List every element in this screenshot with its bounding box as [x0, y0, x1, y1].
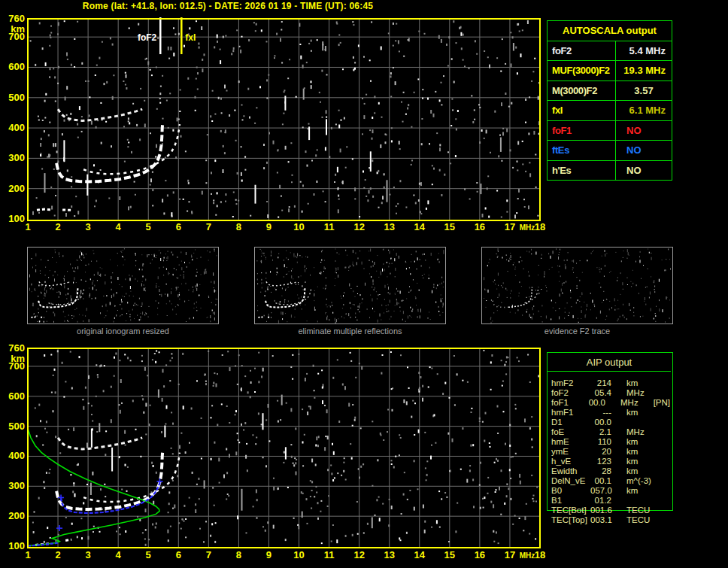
aip-table-row: foE 2.1 MHz	[551, 427, 670, 437]
parameter-label: MUF(3000)F2	[548, 61, 616, 80]
autoscala-table-row: foF2 5.4 MHz	[548, 41, 672, 62]
svg-text:12: 12	[353, 221, 364, 232]
aip-table-row: hmF1 --- km	[551, 408, 670, 418]
svg-text:5: 5	[146, 221, 151, 232]
svg-text:760: 760	[8, 342, 25, 354]
parameter-value: 01.2	[590, 496, 611, 506]
thumbnail-caption: evidence F2 trace	[481, 327, 673, 336]
parameter-unit: MHz	[626, 388, 660, 398]
trace-layer	[28, 429, 180, 546]
parameter-unit: MHz	[620, 398, 651, 408]
parameter-label: M(3000)F2	[548, 81, 616, 101]
parameter-value: 20	[590, 447, 611, 457]
parameter-value: 19.3 MHz	[616, 61, 672, 80]
autoscala-table-row: M(3000)F2 3.57	[548, 81, 672, 102]
svg-text:8: 8	[236, 221, 241, 232]
svg-text:4: 4	[116, 221, 122, 232]
svg-text:18: 18	[535, 549, 545, 560]
thumbnail-original-ionogram	[27, 247, 219, 324]
aip-table-row: ymE 20 km	[551, 447, 670, 457]
parameter-label: hmE	[551, 437, 590, 447]
parameter-value: 05.4	[590, 388, 611, 398]
parameter-value: 28	[590, 466, 611, 476]
parameter-value: 110	[590, 437, 611, 447]
aip-table-row: B0 057.0 km	[551, 486, 670, 496]
thumbnail-noise	[484, 248, 671, 323]
parameter-label: fxI	[548, 101, 616, 120]
plot-frame	[28, 19, 540, 220]
parameter-value: NO	[616, 121, 672, 141]
parameter-value: ---	[590, 408, 611, 418]
trace-second-hop-echo	[58, 438, 142, 449]
parameter-unit: m^(-3)	[626, 476, 660, 486]
svg-text:10: 10	[293, 221, 304, 232]
svg-text:760: 760	[8, 13, 25, 24]
trace-E-region-echoes-a	[37, 209, 52, 210]
aip-table-row: foF1 00.0 MHz [PN]	[551, 398, 670, 408]
svg-text:400: 400	[8, 122, 25, 133]
parameter-label: ftEs	[548, 141, 616, 160]
svg-text:5: 5	[146, 549, 151, 560]
svg-text:15: 15	[444, 549, 455, 560]
parameter-unit: TECU	[626, 515, 660, 525]
svg-text:18: 18	[535, 221, 545, 232]
svg-text:MHz: MHz	[520, 223, 535, 232]
parameter-label: hmF2	[551, 378, 590, 388]
noise-speckles	[32, 350, 539, 546]
autoscala-table-header: AUTOSCALA output	[548, 21, 672, 41]
svg-text:6: 6	[176, 221, 181, 232]
parameter-value: 123	[590, 457, 611, 466]
svg-text:10: 10	[293, 549, 304, 560]
svg-text:11: 11	[324, 221, 335, 232]
svg-text:300: 300	[8, 480, 25, 491]
aip-table-row: DelN_vE 00.1 m^(-3)	[551, 476, 670, 486]
trace-F2-trace-x-mode	[83, 453, 180, 502]
parameter-value: 2.1	[590, 427, 611, 437]
parameter-unit: km	[626, 437, 660, 447]
parameter-value: 214	[590, 378, 611, 388]
parameter-value: NO	[616, 161, 672, 181]
marker-label-fxI: fxI	[185, 32, 196, 43]
parameter-value: 00.1	[590, 476, 611, 486]
autoscala-table-row: fxI 6.1 MHz	[548, 101, 672, 121]
svg-text:12: 12	[353, 549, 364, 560]
autoscala-table-row: h'Es NO	[548, 161, 672, 181]
svg-text:11: 11	[324, 549, 335, 560]
svg-text:100: 100	[8, 213, 25, 224]
parameter-label: foF2	[551, 388, 590, 398]
thumbnail-trace	[32, 281, 85, 317]
aip-table-row: B1 01.2	[551, 496, 670, 506]
parameter-label: hmF1	[551, 408, 590, 418]
svg-text:17: 17	[505, 221, 515, 232]
parameter-flag: [PN]	[654, 398, 670, 408]
axis-labels: 760700600500400300200100km12345678910111…	[8, 342, 545, 560]
aip-table-row: Ewidth 28 km	[551, 466, 670, 476]
autoscala-table-row: ftEs NO	[548, 141, 672, 161]
svg-text:300: 300	[8, 152, 25, 163]
aip-table-row: TEC[Top] 003.1 TECU	[551, 515, 670, 525]
parameter-label: TEC[Top]	[551, 515, 590, 525]
parameter-unit: MHz	[626, 427, 660, 437]
svg-text:400: 400	[8, 450, 25, 461]
svg-text:14: 14	[414, 221, 426, 232]
parameter-label: foF2	[548, 41, 616, 61]
svg-text:17: 17	[505, 549, 515, 560]
thumbnail-noise	[256, 248, 444, 323]
parameter-unit: km	[626, 486, 660, 496]
svg-text:7: 7	[206, 549, 211, 560]
svg-text:8: 8	[236, 549, 241, 560]
svg-text:600: 600	[8, 61, 25, 72]
thumbnail-caption: eliminate multiple reflections	[254, 327, 446, 336]
aip-table-header: AIP output	[547, 357, 672, 368]
parameter-label: foF1	[551, 398, 587, 408]
parameter-label: D1	[551, 418, 590, 427]
parameter-unit	[626, 418, 660, 427]
svg-text:16: 16	[475, 549, 485, 560]
svg-text:600: 600	[8, 390, 25, 402]
svg-text:1: 1	[25, 549, 30, 560]
autoscala-table-row: foF1 NO	[548, 121, 672, 141]
plot-grid	[28, 19, 540, 220]
parameter-label: Ewidth	[551, 466, 590, 476]
svg-text:500: 500	[8, 421, 25, 432]
parameter-label: foF1	[548, 121, 616, 141]
